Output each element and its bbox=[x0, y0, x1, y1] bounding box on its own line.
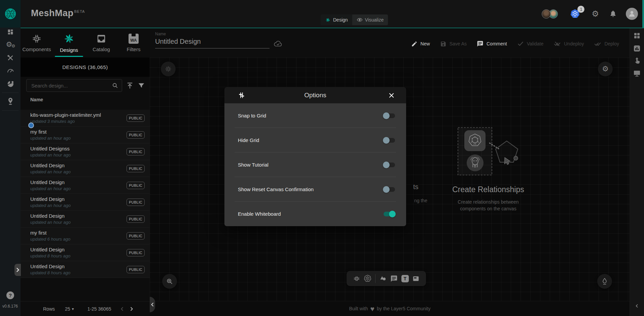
tab-catalog[interactable]: Catalog bbox=[85, 28, 117, 58]
collaborator-peek-avatar bbox=[28, 122, 34, 128]
k8s-context-button[interactable]: 1 bbox=[570, 9, 580, 19]
visibility-badge: PUBLIC bbox=[127, 199, 145, 206]
search-input[interactable] bbox=[31, 82, 112, 89]
kubernetes-tool[interactable] bbox=[364, 275, 371, 282]
publish-button[interactable] bbox=[597, 274, 612, 289]
collapse-right-dock-button[interactable] bbox=[630, 301, 644, 311]
design-row[interactable]: k8s-wasm-plugin-ratelimiter.yml updated … bbox=[21, 110, 150, 127]
next-page-button[interactable] bbox=[129, 306, 135, 312]
options-dialog-header: Options bbox=[224, 87, 406, 103]
active-tab-indicator bbox=[55, 56, 83, 57]
design-name: Untitled Design bbox=[30, 213, 71, 219]
canvas-reset-button[interactable] bbox=[161, 62, 176, 76]
dock-interact-button[interactable] bbox=[630, 56, 644, 66]
design-row[interactable]: Untitled Design updated an hour ago PUBL… bbox=[21, 177, 150, 194]
components-tool[interactable] bbox=[353, 275, 360, 282]
empty-state-description: Create relationships between components … bbox=[448, 199, 529, 212]
design-name-input[interactable] bbox=[155, 38, 270, 48]
shapes-tool[interactable] bbox=[379, 275, 387, 282]
chevron-left-icon bbox=[119, 306, 125, 312]
design-row[interactable]: my first updated an hour ago PUBLIC bbox=[21, 127, 150, 143]
reset-canvas-confirmation-toggle[interactable] bbox=[384, 187, 395, 192]
save-as-button[interactable]: Save As bbox=[440, 41, 467, 47]
user-avatar[interactable] bbox=[626, 8, 638, 20]
hide-grid-toggle[interactable] bbox=[384, 138, 395, 143]
design-row[interactable]: Untitled Designss updated an hour ago PU… bbox=[21, 143, 150, 160]
design-row[interactable]: Untitled Design updated an hour ago PUBL… bbox=[21, 194, 150, 211]
header-actions: 1 ⚙ bbox=[542, 0, 638, 28]
sidebar-item-mesh[interactable] bbox=[0, 78, 21, 90]
catalog-inbox-icon bbox=[96, 34, 106, 44]
chevron-right-icon bbox=[129, 306, 135, 312]
design-updated: updated 8 hours ago bbox=[30, 253, 70, 258]
design-row[interactable]: Untitled Design updated 8 hours ago PUBL… bbox=[21, 261, 150, 278]
design-updated: updated an hour ago bbox=[30, 169, 71, 174]
help-button[interactable]: ? bbox=[6, 291, 14, 299]
design-updated: updated 8 hours ago bbox=[30, 270, 70, 275]
dock-display-button[interactable] bbox=[630, 68, 644, 79]
comment-tool[interactable] bbox=[390, 275, 398, 282]
design-name: k8s-wasm-plugin-ratelimiter.yml bbox=[30, 112, 101, 118]
funnel-icon bbox=[138, 82, 145, 89]
sidebar-item-dashboard[interactable] bbox=[0, 26, 21, 38]
comment-button[interactable]: Comment bbox=[477, 40, 507, 47]
dock-chart-button[interactable] bbox=[630, 43, 644, 54]
sidebar-item-configuration[interactable] bbox=[0, 52, 21, 64]
tab-filters[interactable]: WA Filters bbox=[117, 28, 150, 58]
canvas-settings-button[interactable]: ⚙ bbox=[598, 62, 613, 76]
visibility-badge: PUBLIC bbox=[127, 131, 145, 139]
sidebar-item-lifecycle[interactable]: ⚙ ⚙ bbox=[0, 39, 21, 51]
dashboard-icon bbox=[7, 28, 14, 36]
design-row[interactable]: Untitled Design updated an hour ago PUBL… bbox=[21, 160, 150, 177]
comment-bubble-icon bbox=[390, 275, 398, 282]
layer5-logo[interactable] bbox=[0, 0, 21, 28]
pencil-icon bbox=[411, 41, 418, 47]
settings-gear-icon[interactable]: ⚙ bbox=[592, 10, 599, 18]
show-tutorial-toggle[interactable] bbox=[384, 163, 395, 167]
right-dock bbox=[630, 28, 644, 316]
text-tool[interactable]: T bbox=[401, 275, 409, 282]
media-tool[interactable] bbox=[412, 275, 420, 282]
mode-visualize[interactable]: Visualize bbox=[352, 14, 388, 25]
column-header-name: Name bbox=[30, 97, 43, 102]
k8s-wheel-icon bbox=[364, 275, 371, 282]
heart-icon: ♥ bbox=[370, 305, 374, 312]
mode-design[interactable]: Design bbox=[321, 14, 352, 25]
design-updated: updated an hour ago bbox=[30, 136, 71, 141]
notifications-bell-icon[interactable] bbox=[609, 10, 617, 18]
bar-chart-icon bbox=[633, 44, 641, 52]
close-dialog-button[interactable] bbox=[388, 92, 395, 99]
panel-tabs: Components Designs bbox=[21, 28, 150, 58]
tab-components[interactable]: Components bbox=[21, 28, 53, 58]
validate-button[interactable]: Validate bbox=[517, 40, 544, 47]
tools-icon bbox=[7, 54, 14, 62]
filter-designs-button[interactable] bbox=[138, 82, 145, 89]
design-row[interactable]: Untitled Design updated 8 hours ago PUBL… bbox=[21, 244, 150, 261]
dock-dashboard-button[interactable] bbox=[630, 30, 644, 41]
page-range: 1-25 36065 bbox=[87, 306, 111, 312]
zoom-in-button[interactable] bbox=[162, 274, 177, 289]
expand-panel-button[interactable] bbox=[14, 264, 21, 276]
occluded-card-desc-fragment: ng the bbox=[414, 198, 427, 203]
rows-per-page-select[interactable]: 25 ▾ bbox=[65, 306, 74, 312]
snap-to-grid-toggle[interactable] bbox=[384, 113, 395, 118]
sidebar-item-performance[interactable] bbox=[0, 65, 21, 76]
sidebar-item-meshmap[interactable] bbox=[0, 96, 21, 107]
prev-page-button[interactable] bbox=[119, 306, 125, 312]
design-name: my first bbox=[30, 129, 71, 135]
new-button[interactable]: New bbox=[411, 41, 430, 47]
deploy-button[interactable]: Deploy bbox=[594, 40, 619, 47]
tab-designs[interactable]: Designs bbox=[53, 28, 85, 58]
version-label: v0.6.176 bbox=[2, 304, 18, 309]
enable-whiteboard-toggle[interactable] bbox=[384, 212, 395, 216]
undeploy-button[interactable]: Undeploy bbox=[553, 40, 584, 47]
design-row[interactable]: my first updated 6 hours ago PUBLIC bbox=[21, 227, 150, 244]
gears-icon: ⚙ ⚙ bbox=[6, 41, 15, 49]
collaborator-avatar-1[interactable] bbox=[542, 9, 551, 19]
options-dialog: Options Snap to Grid Hide Grid Show Tuto… bbox=[224, 87, 406, 226]
app-title: MeshMapBETA bbox=[31, 8, 85, 19]
import-design-button[interactable] bbox=[126, 82, 134, 89]
visibility-badge: PUBLIC bbox=[127, 266, 145, 273]
check-icon bbox=[517, 40, 524, 47]
design-row[interactable]: Untitled Design updated an hour ago PUBL… bbox=[21, 211, 150, 227]
